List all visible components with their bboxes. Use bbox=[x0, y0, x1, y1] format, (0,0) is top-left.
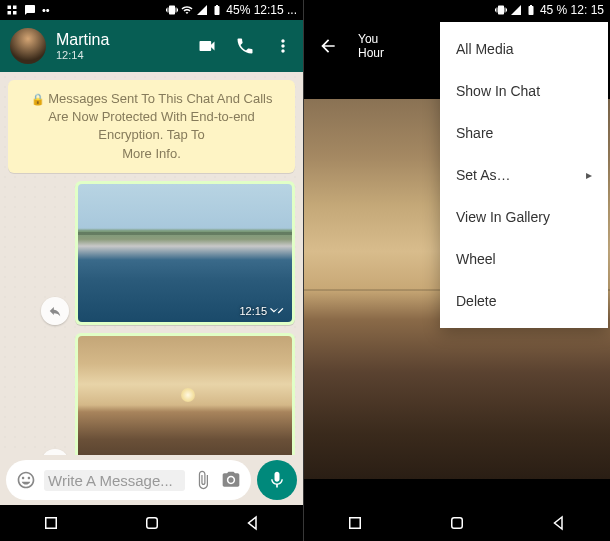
emoji-icon[interactable] bbox=[16, 470, 36, 490]
back-icon[interactable] bbox=[244, 514, 262, 532]
contact-name: Martina bbox=[56, 31, 187, 49]
signal-icon bbox=[196, 4, 208, 16]
status-bar: 45 % 12: 15 bbox=[304, 0, 610, 20]
mic-icon bbox=[267, 470, 287, 490]
chat-body[interactable]: 🔒 Messages Sent To This Chat And Calls A… bbox=[0, 72, 303, 455]
recents-icon[interactable] bbox=[42, 514, 60, 532]
svg-rect-0 bbox=[8, 6, 12, 10]
mic-button[interactable] bbox=[257, 460, 297, 500]
image-thumbnail[interactable]: 12:15 bbox=[78, 184, 292, 322]
message-timestamp: 12:15 bbox=[239, 305, 284, 317]
input-placeholder: Write A Message... bbox=[44, 470, 185, 491]
status-bar: •• 45% 12:15 ... bbox=[0, 0, 303, 20]
svg-rect-1 bbox=[13, 6, 17, 10]
message-row: 12:15 bbox=[8, 333, 295, 455]
status-battery-time: 45 % 12: 15 bbox=[540, 3, 604, 17]
menu-all-media[interactable]: All Media bbox=[440, 28, 608, 70]
forward-button[interactable] bbox=[41, 297, 69, 325]
chat-icon bbox=[24, 4, 36, 16]
video-call-icon[interactable] bbox=[197, 36, 217, 56]
svg-rect-5 bbox=[146, 518, 157, 529]
vibrate-icon bbox=[166, 4, 178, 16]
menu-delete[interactable]: Delete bbox=[440, 280, 608, 322]
battery-icon bbox=[525, 4, 537, 16]
image-message[interactable]: 12:15 bbox=[75, 181, 295, 325]
encryption-more: More Info. bbox=[122, 146, 181, 161]
battery-icon bbox=[211, 4, 223, 16]
svg-rect-2 bbox=[8, 11, 12, 15]
chat-header: Martina 12:14 bbox=[0, 20, 303, 72]
lock-icon: 🔒 bbox=[31, 93, 45, 105]
message-input[interactable]: Write A Message... bbox=[6, 460, 251, 500]
status-battery-time: 45% 12:15 ... bbox=[226, 3, 297, 17]
camera-icon[interactable] bbox=[221, 470, 241, 490]
chevron-right-icon: ▸ bbox=[586, 168, 592, 182]
wifi-icon bbox=[181, 4, 193, 16]
recents-icon[interactable] bbox=[346, 514, 364, 532]
message-row: 12:15 bbox=[8, 181, 295, 325]
image-message[interactable]: 12:15 bbox=[75, 333, 295, 455]
message-input-bar: Write A Message... bbox=[0, 455, 303, 505]
whatsapp-chat-screen: •• 45% 12:15 ... Martina 12:14 🔒 Message… bbox=[0, 0, 304, 541]
media-time: Hour bbox=[358, 46, 384, 60]
signal-icon bbox=[510, 4, 522, 16]
back-icon[interactable] bbox=[550, 514, 568, 532]
status-dots: •• bbox=[42, 4, 50, 16]
svg-rect-3 bbox=[13, 11, 17, 15]
menu-set-as[interactable]: Set As…▸ bbox=[440, 154, 608, 196]
svg-rect-6 bbox=[350, 518, 361, 529]
menu-show-in-chat[interactable]: Show In Chat bbox=[440, 70, 608, 112]
context-menu: All Media Show In Chat Share Set As…▸ Vi… bbox=[440, 22, 608, 328]
image-thumbnail[interactable]: 12:15 bbox=[78, 336, 292, 455]
menu-wheel[interactable]: Wheel bbox=[440, 238, 608, 280]
home-icon[interactable] bbox=[143, 514, 161, 532]
voice-call-icon[interactable] bbox=[235, 36, 255, 56]
encryption-text: Messages Sent To This Chat And Calls Are… bbox=[48, 91, 272, 142]
svg-rect-4 bbox=[45, 518, 56, 529]
media-meta[interactable]: You Hour bbox=[358, 32, 384, 60]
svg-rect-7 bbox=[452, 518, 463, 529]
home-icon[interactable] bbox=[448, 514, 466, 532]
android-nav-bar bbox=[0, 505, 303, 541]
media-sender: You bbox=[358, 32, 384, 46]
vibrate-icon bbox=[495, 4, 507, 16]
back-arrow-icon[interactable] bbox=[318, 36, 338, 56]
media-viewer-screen: 45 % 12: 15 You Hour All Media Show In C… bbox=[304, 0, 610, 541]
apps-icon bbox=[6, 4, 18, 16]
more-icon[interactable] bbox=[273, 36, 293, 56]
encryption-notice[interactable]: 🔒 Messages Sent To This Chat And Calls A… bbox=[8, 80, 295, 173]
attach-icon[interactable] bbox=[193, 470, 213, 490]
chat-title-block[interactable]: Martina 12:14 bbox=[56, 31, 187, 61]
android-nav-bar bbox=[304, 505, 610, 541]
contact-subtitle: 12:14 bbox=[56, 49, 187, 61]
avatar[interactable] bbox=[10, 28, 46, 64]
delivered-icon bbox=[270, 306, 284, 316]
forward-icon bbox=[48, 304, 62, 318]
menu-share[interactable]: Share bbox=[440, 112, 608, 154]
menu-view-in-gallery[interactable]: View In Gallery bbox=[440, 196, 608, 238]
